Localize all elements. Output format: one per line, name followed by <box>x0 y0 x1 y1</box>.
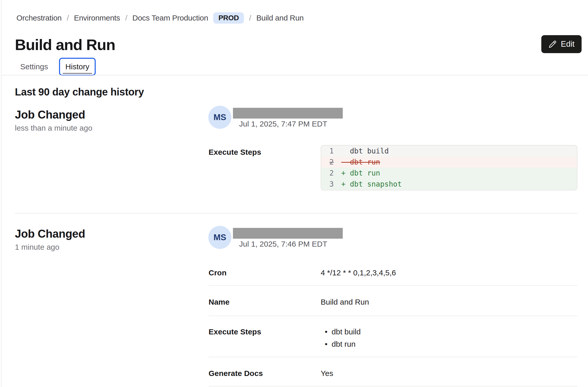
diff-line-number: 2 <box>321 169 341 177</box>
breadcrumb-orchestration[interactable]: Orchestration <box>16 14 62 22</box>
changed-fields-table: Cron 4 */12 * * 0,1,2,3,4,5,6 Name Build… <box>209 259 577 386</box>
diff-line-added: 3 + dbt snapshot <box>321 179 577 190</box>
entry2-title: Job Changed <box>15 227 85 240</box>
field-row-cron: Cron 4 */12 * * 0,1,2,3,4,5,6 <box>209 259 577 286</box>
entry2-relative-time: 1 minute ago <box>15 243 59 251</box>
entry2-timestamp: Jul 1, 2025, 7:46 PM EDT <box>239 240 327 248</box>
breadcrumb-job-name: Build and Run <box>256 14 304 22</box>
field-value: Build and Run <box>321 298 369 316</box>
list-item: • dbt build <box>321 327 361 336</box>
breadcrumb-environments[interactable]: Environments <box>74 14 120 22</box>
execute-steps-diff: 1 dbt build 2 - dbt run 2 + dbt run 3 + … <box>321 145 577 190</box>
diff-line-number: 2 <box>321 158 341 166</box>
field-label: Name <box>209 298 321 316</box>
diff-line-code: - dbt run <box>341 158 380 166</box>
field-row-name: Name Build and Run <box>209 286 577 316</box>
field-value: 4 */12 * * 0,1,2,3,4,5,6 <box>321 268 396 285</box>
edit-button-label: Edit <box>561 40 574 49</box>
diff-line-removed: 2 - dbt run <box>321 157 577 168</box>
entry1-timestamp: Jul 1, 2025, 7:47 PM EDT <box>239 120 327 128</box>
step-text: dbt build <box>332 327 361 336</box>
diff-line-context: 1 dbt build <box>321 146 577 157</box>
breadcrumb-environment-name[interactable]: Docs Team Production <box>132 14 208 22</box>
breadcrumb-separator: / <box>125 14 127 22</box>
bullet-icon: • <box>325 340 328 349</box>
diff-line-code: + dbt snapshot <box>341 180 402 188</box>
field-row-generate-docs: Generate Docs Yes <box>209 357 577 386</box>
entry1-relative-time: less than a minute ago <box>15 124 92 132</box>
diff-line-code: dbt build <box>341 147 389 155</box>
tab-settings[interactable]: Settings <box>15 58 53 76</box>
diff-line-code: + dbt run <box>341 169 380 177</box>
pencil-icon <box>548 40 557 48</box>
step-text: dbt run <box>332 340 356 349</box>
avatar: MS <box>208 106 231 129</box>
diff-line-number: 3 <box>321 180 341 188</box>
edit-button[interactable]: Edit <box>541 35 582 53</box>
breadcrumb: Orchestration / Environments / Docs Team… <box>16 12 304 24</box>
field-label: Execute Steps <box>209 327 321 357</box>
field-label: Generate Docs <box>209 369 321 386</box>
tabs-divider <box>1 75 588 75</box>
breadcrumb-separator: / <box>67 14 69 22</box>
redacted-user-name <box>233 228 343 239</box>
field-row-execute-steps: Execute Steps • dbt build • dbt run <box>209 316 577 357</box>
execute-steps-list: • dbt build • dbt run <box>321 327 361 357</box>
diff-line-added: 2 + dbt run <box>321 168 577 179</box>
entry1-execute-steps-label: Execute Steps <box>209 148 261 157</box>
bullet-icon: • <box>325 327 328 336</box>
tab-history[interactable]: History <box>59 58 96 76</box>
job-history-page: Orchestration / Environments / Docs Team… <box>0 0 588 387</box>
breadcrumb-separator: / <box>249 14 251 22</box>
page-title: Build and Run <box>15 36 115 54</box>
change-history-heading: Last 90 day change history <box>15 86 144 98</box>
redacted-user-name <box>233 108 343 119</box>
entry1-title: Job Changed <box>15 108 85 121</box>
avatar: MS <box>208 226 231 249</box>
field-value: Yes <box>321 369 333 386</box>
prod-environment-badge: PROD <box>213 12 244 24</box>
list-item: • dbt run <box>321 340 361 349</box>
field-label: Cron <box>209 268 321 285</box>
entry-divider <box>15 213 577 214</box>
diff-line-number: 1 <box>321 147 341 155</box>
